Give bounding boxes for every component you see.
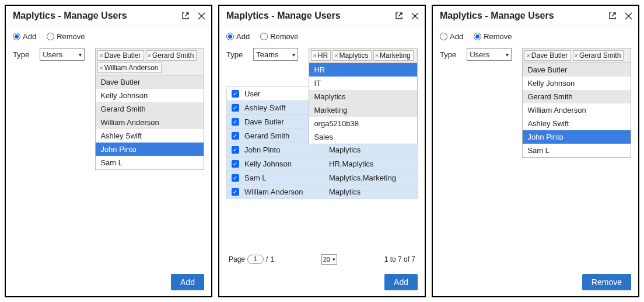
popout-icon[interactable] — [181, 12, 190, 20]
dropdown-option-selected[interactable]: John Pinto — [96, 143, 204, 156]
table-row[interactable]: John Pinto Maplytics — [227, 143, 417, 157]
chip-remove-icon[interactable]: × — [375, 52, 379, 59]
type-select[interactable]: Users ▾ — [467, 48, 512, 61]
radio-remove-input[interactable] — [47, 33, 54, 40]
remove-button[interactable]: Remove — [582, 274, 631, 290]
team-dropdown: HR IT Maplytics Marketing orga5210b38 Sa… — [309, 63, 418, 144]
row-checkbox[interactable] — [232, 160, 239, 168]
page-size-select[interactable]: 20 ▾ — [321, 254, 337, 265]
chip-label: Gerard Smith — [152, 51, 194, 60]
add-button[interactable]: Add — [171, 274, 204, 290]
type-row: Type Users ▾ ×Dave Butler ×Gerard Smith … — [433, 46, 638, 63]
dropdown-option[interactable]: Ashley Swift — [96, 129, 204, 143]
row-checkbox[interactable] — [232, 132, 239, 140]
chip[interactable]: ×Marketing — [373, 50, 414, 61]
dropdown-option[interactable]: Kelly Johnson — [523, 77, 631, 90]
panel-header: Maplytics - Manage Users — [6, 6, 211, 26]
manage-users-panel-add-teams: Maplytics - Manage Users Add Remove Type… — [218, 5, 426, 297]
popout-icon[interactable] — [608, 12, 617, 20]
dropdown-option[interactable]: William Anderson — [96, 116, 204, 129]
dropdown-option[interactable]: Kelly Johnson — [96, 89, 204, 102]
dropdown-option[interactable]: Sam L — [96, 156, 204, 169]
dropdown-option-selected[interactable]: HR — [309, 63, 417, 77]
radio-add-input[interactable] — [226, 33, 234, 40]
radio-remove-input[interactable] — [474, 33, 481, 40]
type-select-value: Teams — [256, 50, 278, 59]
dropdown-option[interactable]: Gerard Smith — [523, 90, 631, 103]
chip-remove-icon[interactable]: × — [526, 52, 530, 59]
cell-user: John Pinto — [244, 145, 329, 154]
panel-title: Maplytics - Manage Users — [226, 11, 341, 21]
panel-footer: Add — [6, 269, 211, 296]
dropdown-option[interactable]: Dave Butler — [96, 75, 204, 89]
mode-radios: Add Remove — [6, 26, 211, 46]
row-checkbox[interactable] — [232, 188, 239, 196]
radio-remove-input[interactable] — [260, 33, 268, 40]
dropdown-option[interactable]: William Anderson — [523, 103, 631, 117]
pager: Page 1 / 1 20 ▾ 1 to 7 of 7 — [219, 252, 425, 267]
radio-add[interactable]: Add — [226, 32, 250, 41]
close-icon[interactable] — [625, 12, 632, 20]
page-input[interactable]: 1 — [247, 255, 264, 264]
chip-remove-icon[interactable]: × — [575, 52, 578, 59]
type-select[interactable]: Users ▾ — [40, 48, 85, 61]
radio-remove[interactable]: Remove — [47, 32, 85, 41]
panel-header: Maplytics - Manage Users — [219, 6, 425, 26]
radio-add-input[interactable] — [440, 33, 447, 40]
chip-remove-icon[interactable]: × — [99, 52, 103, 59]
page-range: 1 to 7 of 7 — [384, 255, 415, 263]
dropdown-option[interactable]: Ashley Swift — [523, 117, 631, 130]
radio-remove[interactable]: Remove — [474, 32, 512, 41]
radio-add[interactable]: Add — [440, 32, 463, 41]
table-row[interactable]: William Anderson Maplytics — [227, 185, 417, 199]
dropdown-option[interactable]: Marketing — [309, 103, 417, 117]
panel-footer: Remove — [433, 269, 638, 296]
panel-title: Maplytics - Manage Users — [13, 11, 127, 21]
chip-label: Marketing — [380, 51, 411, 60]
dropdown-option[interactable]: Dave Butler — [523, 63, 631, 77]
user-multiselect[interactable]: ×Dave Butler ×Gerard Smith Dave Butler K… — [522, 48, 631, 63]
chip-remove-icon[interactable]: × — [313, 52, 316, 59]
chip[interactable]: ×Dave Butler — [524, 50, 570, 61]
chip[interactable]: ×HR — [311, 50, 331, 61]
row-checkbox[interactable] — [232, 146, 239, 154]
chip-remove-icon[interactable]: × — [148, 52, 151, 59]
chip[interactable]: ×Gerard Smith — [573, 50, 624, 61]
chip-remove-icon[interactable]: × — [99, 64, 103, 71]
table-row[interactable]: Kelly Johnson HR,Maplytics — [227, 157, 417, 171]
chip-remove-icon[interactable]: × — [334, 52, 338, 59]
chip-label: William Anderson — [104, 64, 159, 72]
mode-radios: Add Remove — [433, 26, 638, 46]
dropdown-option[interactable]: Gerard Smith — [96, 102, 204, 116]
page-total: 1 — [270, 255, 274, 263]
dropdown-option[interactable]: Maplytics — [309, 90, 417, 103]
type-select-value: Users — [43, 50, 62, 59]
chip[interactable]: ×Dave Butler — [97, 50, 144, 61]
dropdown-option[interactable]: Sam L — [523, 144, 631, 157]
panel-header: Maplytics - Manage Users — [433, 6, 638, 26]
table-row[interactable]: Sam L Maplytics,Marketing — [227, 171, 417, 185]
row-checkbox[interactable] — [232, 118, 239, 126]
chip[interactable]: ×William Anderson — [97, 63, 161, 73]
row-checkbox[interactable] — [232, 174, 239, 182]
dropdown-option[interactable]: orga5210b38 — [309, 117, 417, 130]
radio-add[interactable]: Add — [13, 32, 36, 41]
chip[interactable]: ×Gerard Smith — [146, 50, 197, 61]
close-icon[interactable] — [198, 12, 205, 20]
dropdown-option[interactable]: IT — [309, 77, 417, 90]
row-checkbox[interactable] — [232, 104, 239, 112]
chip[interactable]: ×Maplytics — [332, 50, 371, 61]
dropdown-option-selected[interactable]: John Pinto — [523, 130, 631, 144]
user-multiselect[interactable]: ×Dave Butler ×Gerard Smith ×William Ande… — [95, 48, 204, 75]
close-icon[interactable] — [411, 12, 419, 20]
type-select[interactable]: Teams ▾ — [253, 48, 298, 61]
select-all-checkbox[interactable] — [232, 90, 239, 98]
add-button[interactable]: Add — [384, 274, 418, 290]
popout-icon[interactable] — [395, 12, 403, 20]
radio-remove[interactable]: Remove — [260, 32, 298, 41]
dropdown-option[interactable]: Sales — [309, 130, 417, 144]
type-label: Type — [13, 48, 29, 59]
type-label: Type — [226, 48, 243, 59]
radio-add-input[interactable] — [13, 33, 20, 40]
team-multiselect[interactable]: ×HR ×Maplytics ×Marketing HR IT Maplytic… — [309, 48, 418, 63]
